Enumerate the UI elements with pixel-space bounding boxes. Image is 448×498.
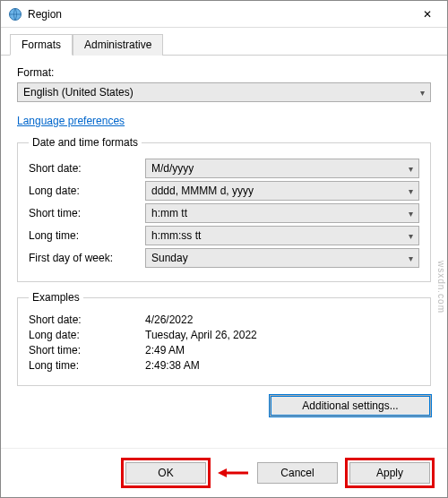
tab-label: Formats: [22, 39, 61, 51]
button-label: OK: [158, 467, 173, 479]
format-combobox[interactable]: English (United States) ▾: [17, 82, 431, 102]
combo-value: Sunday: [151, 252, 188, 264]
example-short-date-label: Short date:: [29, 313, 145, 326]
group-legend: Examples: [29, 291, 83, 304]
chevron-down-icon: ▾: [409, 231, 413, 241]
example-short-time-value: 2:49 AM: [145, 344, 419, 356]
svg-marker-2: [218, 468, 227, 477]
highlight-annotation: OK: [121, 458, 211, 488]
combo-value: M/d/yyyy: [151, 162, 194, 175]
window-title: Region: [28, 8, 409, 21]
combo-value: dddd, MMMM d, yyyy: [151, 185, 254, 197]
region-globe-icon: [8, 7, 22, 21]
language-preferences-link[interactable]: Language preferences: [17, 115, 431, 127]
format-value: English (United States): [23, 86, 134, 99]
chevron-down-icon: ▾: [409, 253, 413, 263]
cancel-button[interactable]: Cancel: [257, 462, 338, 484]
example-short-date-value: 4/26/2022: [145, 313, 419, 326]
long-time-combobox[interactable]: h:mm:ss tt ▾: [145, 226, 419, 245]
tab-formats[interactable]: Formats: [10, 34, 73, 56]
arrow-left-icon: [218, 466, 250, 480]
format-label: Format:: [17, 66, 431, 79]
example-short-time-label: Short time:: [29, 344, 145, 356]
long-date-label: Long date:: [29, 185, 145, 197]
chevron-down-icon: ▾: [409, 186, 413, 196]
tabstrip: Formats Administrative: [1, 28, 447, 56]
group-legend: Date and time formats: [29, 136, 142, 149]
short-time-label: Short time:: [29, 207, 145, 219]
apply-button[interactable]: Apply: [349, 462, 430, 484]
titlebar: Region ✕: [1, 1, 447, 28]
example-long-date-label: Long date:: [29, 329, 145, 341]
tab-content: Format: English (United States) ▾ Langua…: [1, 56, 447, 448]
tab-administrative[interactable]: Administrative: [73, 34, 163, 56]
example-long-time-value: 2:49:38 AM: [145, 359, 419, 372]
example-long-date-value: Tuesday, April 26, 2022: [145, 329, 419, 341]
button-label: Additional settings...: [302, 399, 398, 412]
first-day-label: First day of week:: [29, 252, 145, 264]
short-date-label: Short date:: [29, 162, 145, 175]
chevron-down-icon: ▾: [409, 209, 413, 219]
tab-label: Administrative: [84, 39, 151, 51]
additional-settings-button[interactable]: Additional settings...: [270, 395, 431, 416]
combo-value: h:mm tt: [151, 207, 187, 219]
window-close-button[interactable]: ✕: [409, 2, 445, 27]
chevron-down-icon: ▾: [420, 88, 425, 98]
chevron-down-icon: ▾: [409, 164, 413, 174]
example-long-time-label: Long time:: [29, 359, 145, 372]
button-label: Apply: [376, 467, 403, 479]
link-text: Language preferences: [17, 115, 125, 127]
combo-value: h:mm:ss tt: [151, 229, 201, 242]
close-icon: ✕: [423, 8, 432, 21]
dialog-footer: OK Cancel Apply: [1, 448, 447, 497]
short-date-combobox[interactable]: M/d/yyyy ▾: [145, 159, 419, 178]
region-dialog: Region ✕ Formats Administrative Format: …: [0, 0, 448, 498]
first-day-combobox[interactable]: Sunday ▾: [145, 248, 419, 268]
button-label: Cancel: [280, 467, 314, 479]
datetime-formats-group: Date and time formats Short date: M/d/yy…: [17, 136, 431, 282]
ok-button[interactable]: OK: [125, 462, 206, 484]
short-time-combobox[interactable]: h:mm tt ▾: [145, 203, 419, 223]
examples-group: Examples Short date: 4/26/2022 Long date…: [17, 291, 431, 386]
long-time-label: Long time:: [29, 229, 145, 242]
long-date-combobox[interactable]: dddd, MMMM d, yyyy ▾: [145, 181, 419, 201]
highlight-annotation: Apply: [345, 458, 435, 488]
